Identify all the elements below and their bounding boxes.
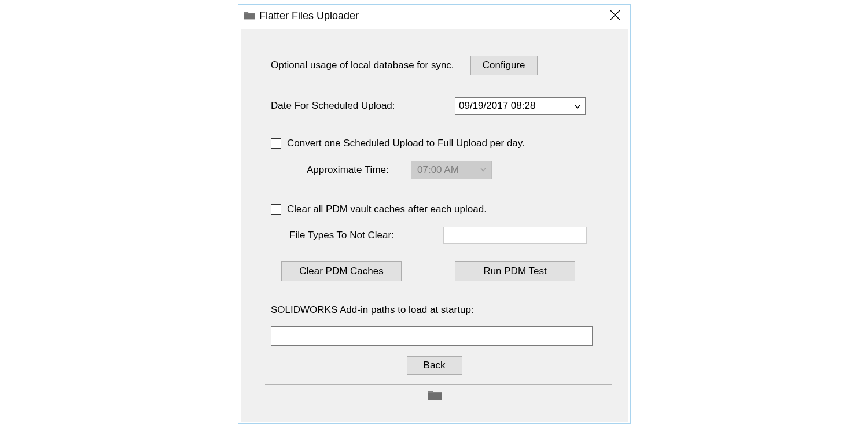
approximate-time-value: 07:00 AM xyxy=(417,164,459,176)
configure-button[interactable]: Configure xyxy=(470,56,538,75)
clear-pdm-caches-label: Clear all PDM vault caches after each up… xyxy=(287,204,487,215)
sync-label: Optional usage of local database for syn… xyxy=(271,60,454,71)
scheduled-date-label: Date For Scheduled Upload: xyxy=(271,100,455,112)
run-pdm-test-button[interactable]: Run PDM Test xyxy=(455,261,575,281)
folder-icon xyxy=(243,11,256,20)
file-types-input[interactable] xyxy=(443,227,587,244)
file-types-label: File Types To Not Clear: xyxy=(289,230,443,241)
scheduled-date-value: 09/19/2017 08:28 xyxy=(459,100,535,112)
divider xyxy=(265,384,612,385)
solidworks-paths-input[interactable] xyxy=(271,326,593,346)
client-area: Optional usage of local database for syn… xyxy=(241,29,628,422)
convert-full-upload-label: Convert one Scheduled Upload to Full Upl… xyxy=(287,138,525,149)
titlebar[interactable]: Flatter Files Uploader xyxy=(238,5,630,27)
convert-full-upload-checkbox[interactable] xyxy=(271,138,281,149)
approximate-time-label: Approximate Time: xyxy=(307,164,411,176)
chevron-down-icon xyxy=(573,102,582,110)
app-window: Flatter Files Uploader Optional usage of… xyxy=(238,4,631,424)
solidworks-paths-label: SOLIDWORKS Add-in paths to load at start… xyxy=(271,304,474,316)
approximate-time-select: 07:00 AM xyxy=(411,161,492,179)
close-button[interactable] xyxy=(608,8,622,22)
clear-pdm-caches-checkbox[interactable] xyxy=(271,204,281,215)
chevron-down-icon xyxy=(480,164,487,176)
folder-icon xyxy=(427,389,442,401)
clear-pdm-caches-button[interactable]: Clear PDM Caches xyxy=(281,261,402,281)
window-title: Flatter Files Uploader xyxy=(259,10,359,22)
scheduled-date-picker[interactable]: 09/19/2017 08:28 xyxy=(455,97,586,115)
back-button[interactable]: Back xyxy=(407,356,462,375)
